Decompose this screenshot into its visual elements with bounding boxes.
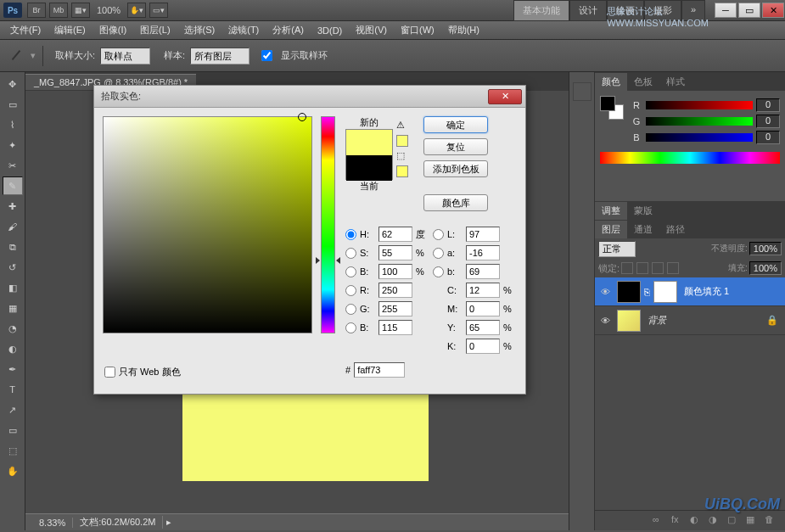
- b-lab-radio[interactable]: [433, 266, 444, 277]
- hue-bar[interactable]: [321, 116, 335, 333]
- menu-analysis[interactable]: 分析(A): [266, 21, 311, 39]
- k-input[interactable]: [466, 339, 500, 354]
- link-layers-icon[interactable]: ∞: [653, 514, 668, 528]
- s-radio[interactable]: [345, 248, 356, 259]
- menu-image[interactable]: 图像(I): [93, 21, 133, 39]
- blend-mode-select[interactable]: 正常: [598, 241, 636, 257]
- tab-channels[interactable]: 通道: [627, 221, 659, 238]
- l-input[interactable]: [466, 227, 500, 242]
- layer-thumbnail[interactable]: [617, 281, 641, 303]
- layer-name[interactable]: 背景: [648, 314, 666, 327]
- viewmode-button[interactable]: ▦▾: [71, 3, 90, 18]
- spectrum-bar[interactable]: [600, 152, 780, 164]
- h-radio[interactable]: [345, 229, 356, 240]
- 3d-tool[interactable]: ⬚: [3, 441, 23, 460]
- layer-row[interactable]: 👁 背景 🔒: [595, 306, 785, 335]
- adjustment-icon[interactable]: ◑: [709, 514, 724, 528]
- b-lab-input[interactable]: [466, 264, 500, 279]
- heal-tool[interactable]: ✚: [3, 197, 23, 216]
- hand-button[interactable]: ✋▾: [127, 3, 146, 18]
- sample-size-select[interactable]: 取样点: [100, 48, 150, 64]
- lasso-tool[interactable]: ⌇: [3, 115, 23, 134]
- ok-button[interactable]: 确定: [423, 116, 488, 133]
- close-button[interactable]: ✕: [762, 3, 784, 18]
- r-input[interactable]: [378, 283, 412, 298]
- r-radio[interactable]: [345, 285, 356, 296]
- lock-position-icon[interactable]: [652, 262, 664, 274]
- wand-tool[interactable]: ✦: [3, 136, 23, 154]
- eyedropper-tool[interactable]: ✎: [3, 176, 23, 195]
- path-tool[interactable]: ↗: [3, 400, 23, 419]
- layer-thumbnail[interactable]: [617, 310, 641, 332]
- menu-edit[interactable]: 编辑(E): [48, 21, 93, 39]
- workspace-design[interactable]: 设计: [569, 0, 607, 21]
- move-tool[interactable]: ✥: [3, 75, 23, 93]
- eraser-tool[interactable]: ◧: [3, 278, 23, 297]
- s-input[interactable]: [378, 245, 412, 260]
- reset-button[interactable]: 复位: [423, 138, 488, 155]
- maximize-button[interactable]: ▭: [738, 3, 760, 18]
- h-input[interactable]: [378, 227, 412, 242]
- group-icon[interactable]: ▢: [727, 514, 743, 528]
- menu-help[interactable]: 帮助(H): [441, 21, 486, 39]
- gamut-swatch[interactable]: [396, 135, 408, 147]
- hex-input[interactable]: [354, 362, 405, 378]
- b-hsb-input[interactable]: [378, 264, 412, 279]
- pen-tool[interactable]: ✒: [3, 360, 23, 378]
- opacity-value[interactable]: 100%: [749, 242, 782, 255]
- mask-thumbnail[interactable]: [653, 281, 677, 303]
- current-color-swatch[interactable]: [346, 155, 392, 181]
- y-input[interactable]: [466, 320, 500, 335]
- visibility-icon[interactable]: 👁: [595, 287, 615, 297]
- sv-cursor[interactable]: [298, 113, 306, 121]
- menu-file[interactable]: 文件(F): [3, 21, 48, 39]
- menu-view[interactable]: 视图(V): [349, 21, 394, 39]
- l-radio[interactable]: [433, 229, 444, 240]
- r-slider[interactable]: [646, 101, 753, 109]
- show-ring-checkbox[interactable]: [261, 50, 272, 61]
- a-input[interactable]: [466, 245, 500, 260]
- workspace-basic[interactable]: 基本功能: [513, 0, 569, 21]
- blur-tool[interactable]: ◔: [3, 319, 23, 338]
- lock-all-icon[interactable]: [667, 262, 679, 274]
- type-tool[interactable]: T: [3, 380, 23, 399]
- layer-row[interactable]: 👁 ⎘ 颜色填充 1: [595, 277, 785, 306]
- gradient-tool[interactable]: ▦: [3, 299, 23, 317]
- menu-window[interactable]: 窗口(W): [394, 21, 441, 39]
- tab-adjustments[interactable]: 调整: [595, 202, 627, 220]
- g-input[interactable]: [378, 301, 412, 316]
- web-only-checkbox[interactable]: [104, 367, 115, 378]
- tab-color[interactable]: 颜色: [595, 73, 627, 91]
- visibility-icon[interactable]: 👁: [595, 316, 615, 326]
- new-color-swatch[interactable]: [346, 130, 392, 155]
- lock-transparent-icon[interactable]: [621, 262, 633, 274]
- lock-pixels-icon[interactable]: [636, 262, 648, 274]
- menu-3d[interactable]: 3D(D): [311, 23, 349, 38]
- tab-swatches[interactable]: 色板: [627, 73, 659, 91]
- tab-layers[interactable]: 图层: [595, 221, 627, 238]
- saturation-value-box[interactable]: [103, 116, 312, 333]
- menu-filter[interactable]: 滤镜(T): [221, 21, 266, 39]
- m-input[interactable]: [466, 301, 500, 316]
- shape-tool[interactable]: ▭: [3, 421, 23, 440]
- layer-name[interactable]: 颜色填充 1: [684, 285, 729, 298]
- color-libraries-button[interactable]: 颜色库: [423, 194, 488, 211]
- g-value[interactable]: 0: [756, 115, 780, 128]
- crop-tool[interactable]: ✂: [3, 156, 23, 175]
- history-brush-tool[interactable]: ↺: [3, 258, 23, 277]
- b-rgb-radio[interactable]: [345, 322, 356, 333]
- sample-layers-select[interactable]: 所有图层: [190, 48, 250, 64]
- status-zoom[interactable]: 8.33%: [32, 518, 73, 528]
- zoom-display[interactable]: 100%: [92, 5, 126, 15]
- marquee-tool[interactable]: ▭: [3, 95, 23, 114]
- dodge-tool[interactable]: ◐: [3, 339, 23, 358]
- tab-styles[interactable]: 样式: [659, 73, 692, 91]
- g-radio[interactable]: [345, 304, 356, 315]
- minimize-button[interactable]: ─: [715, 3, 737, 18]
- status-docsize[interactable]: 文档:60.2M/60.2M: [73, 516, 163, 529]
- tab-paths[interactable]: 路径: [659, 221, 692, 238]
- eyedropper-icon[interactable]: [8, 48, 25, 64]
- websafe-swatch[interactable]: [396, 165, 408, 177]
- hand-tool[interactable]: ✋: [3, 462, 23, 480]
- menu-select[interactable]: 选择(S): [177, 21, 222, 39]
